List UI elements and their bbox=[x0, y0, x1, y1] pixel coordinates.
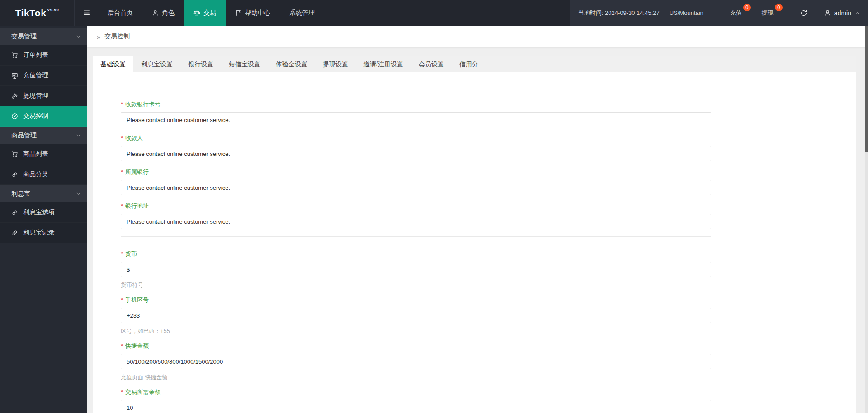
nav-item-label: 角色 bbox=[162, 9, 175, 17]
sidebar-item-interest-records[interactable]: 利息宝记录 bbox=[0, 223, 87, 243]
sidebar-item-interest-options[interactable]: 利息宝选项 bbox=[0, 202, 87, 223]
sidebar-item-goods-list[interactable]: 商品列表 bbox=[0, 144, 87, 164]
page-title: 交易控制 bbox=[104, 33, 130, 41]
sidebar-item-withdraw-management[interactable]: 提现管理 bbox=[0, 86, 87, 106]
sidebar-group-goods-management[interactable]: 商品管理 bbox=[0, 127, 87, 144]
withdraw-action-button[interactable]: 提现0 bbox=[757, 0, 778, 26]
nav-item-system[interactable]: 系统管理 bbox=[280, 0, 324, 26]
sidebar-item-goods-category[interactable]: 商品分类 bbox=[0, 164, 87, 185]
required-asterisk: * bbox=[121, 202, 123, 209]
refresh-icon bbox=[800, 9, 807, 17]
sidebar-item-recharge-management[interactable]: 充值管理 bbox=[0, 66, 87, 86]
field-phone-area-code-label-row: *手机区号 bbox=[121, 296, 739, 303]
person-icon bbox=[824, 9, 831, 16]
gauge-icon bbox=[11, 113, 18, 120]
app-logo: TikTokV9.99 bbox=[0, 0, 75, 26]
sidebar-item-trade-control[interactable]: 交易控制 bbox=[0, 106, 87, 127]
timezone: US/Mountain bbox=[670, 9, 703, 16]
field-trade-required-balance-group: *交易所需余额 bbox=[121, 389, 739, 413]
required-asterisk: * bbox=[121, 343, 123, 349]
board-icon bbox=[11, 72, 18, 79]
chevron-down-icon bbox=[75, 191, 81, 197]
person-icon bbox=[152, 9, 159, 16]
recharge-action-label: 充值 bbox=[730, 9, 742, 17]
nav-item-label: 系统管理 bbox=[289, 9, 315, 17]
nav-item-roles[interactable]: 角色 bbox=[142, 0, 184, 26]
required-asterisk: * bbox=[121, 250, 123, 257]
field-quick-amounts-label: 快捷金额 bbox=[125, 343, 149, 349]
field-currency-group: *货币货币符号 bbox=[121, 250, 739, 289]
required-asterisk: * bbox=[121, 389, 123, 395]
app-version: V9.99 bbox=[47, 8, 59, 12]
field-bank-address-label-row: *银行地址 bbox=[121, 202, 739, 209]
sidebar-item-order-list[interactable]: 订单列表 bbox=[0, 45, 87, 66]
sidebar-toggle-button[interactable] bbox=[75, 0, 98, 26]
withdraw-action-badge: 0 bbox=[775, 4, 783, 11]
tab-member-settings[interactable]: 会员设置 bbox=[411, 56, 452, 72]
tab-interest-settings[interactable]: 利息宝设置 bbox=[133, 56, 180, 72]
form-section-divider bbox=[121, 236, 711, 237]
field-quick-amounts-hint: 充值页面 快捷金额 bbox=[121, 374, 739, 381]
tab-trial-bonus-settings[interactable]: 体验金设置 bbox=[268, 56, 315, 72]
field-currency-input[interactable] bbox=[121, 262, 711, 277]
sidebar-item-label: 提现管理 bbox=[23, 92, 48, 100]
local-time-value: 2024-09-30 14:45:27 bbox=[605, 9, 660, 16]
sidebar-group-interest-treasure[interactable]: 利息宝 bbox=[0, 185, 87, 202]
sidebar-item-label: 商品分类 bbox=[23, 170, 48, 178]
scrollbar-thumb[interactable] bbox=[865, 26, 868, 152]
field-receiving-bank-card-label: 收款银行卡号 bbox=[125, 101, 160, 108]
field-currency-label-row: *货币 bbox=[121, 250, 739, 257]
main-area: » 交易控制 基础设置利息宝设置银行设置短信宝设置体验金设置提现设置邀请/注册设… bbox=[87, 26, 868, 413]
nav-item-help-center[interactable]: 帮助中心 bbox=[226, 0, 280, 26]
nav-item-label: 交易 bbox=[203, 9, 216, 17]
settings-form: *收款银行卡号*收款人*所属银行*银行地址*货币货币符号*手机区号区号，如巴西：… bbox=[93, 72, 739, 413]
field-bank-label-row: *所属银行 bbox=[121, 169, 739, 175]
required-asterisk: * bbox=[121, 101, 123, 108]
field-payee-label: 收款人 bbox=[125, 135, 143, 141]
required-asterisk: * bbox=[121, 169, 123, 175]
field-bank-label: 所属银行 bbox=[125, 169, 149, 175]
tab-credit-score[interactable]: 信用分 bbox=[452, 56, 486, 72]
top-navbar: TikTokV9.99 后台首页角色交易帮助中心系统管理 当地时间: 2024-… bbox=[0, 0, 868, 26]
sidebar-item-label: 充值管理 bbox=[23, 71, 48, 80]
field-payee-input[interactable] bbox=[121, 146, 711, 161]
link-icon bbox=[11, 171, 18, 178]
field-receiving-bank-card-group: *收款银行卡号 bbox=[121, 101, 739, 127]
withdraw-action-label: 提现 bbox=[762, 9, 774, 17]
tab-sms-settings[interactable]: 短信宝设置 bbox=[221, 56, 268, 72]
field-phone-area-code-input[interactable] bbox=[121, 308, 711, 323]
field-trade-required-balance-input[interactable] bbox=[121, 400, 711, 413]
required-asterisk: * bbox=[121, 135, 123, 141]
tab-withdraw-settings[interactable]: 提现设置 bbox=[315, 56, 356, 72]
recharge-action-button[interactable]: 充值0 bbox=[726, 0, 746, 26]
admin-username: admin bbox=[834, 9, 851, 17]
navbar-menu: 后台首页角色交易帮助中心系统管理 bbox=[98, 0, 324, 26]
chevron-down-icon bbox=[75, 34, 81, 39]
sidebar-group-trade-management[interactable]: 交易管理 bbox=[0, 28, 87, 45]
field-receiving-bank-card-label-row: *收款银行卡号 bbox=[121, 101, 739, 108]
sidebar-group-label: 利息宝 bbox=[11, 190, 30, 198]
tab-invite-register-settings[interactable]: 邀请/注册设置 bbox=[356, 56, 411, 72]
field-phone-area-code-group: *手机区号区号，如巴西：+55 bbox=[121, 296, 739, 335]
refresh-button[interactable] bbox=[792, 0, 816, 26]
local-time: 当地时间: 2024-09-30 14:45:27 US/Mountain bbox=[570, 0, 712, 26]
quick-actions: 充值0提现0 bbox=[712, 0, 792, 26]
field-bank-address-input[interactable] bbox=[121, 214, 711, 229]
field-currency-label: 货币 bbox=[125, 250, 137, 257]
tab-bank-settings[interactable]: 银行设置 bbox=[180, 56, 221, 72]
field-quick-amounts-label-row: *快捷金额 bbox=[121, 343, 739, 349]
sidebar-item-label: 订单列表 bbox=[23, 51, 48, 59]
hamburger-icon bbox=[83, 9, 90, 17]
field-receiving-bank-card-input[interactable] bbox=[121, 112, 711, 127]
nav-item-trade[interactable]: 交易 bbox=[184, 0, 226, 26]
page-scrollbar[interactable] bbox=[865, 26, 868, 413]
admin-menu[interactable]: admin bbox=[816, 0, 868, 26]
field-bank-input[interactable] bbox=[121, 180, 711, 195]
nav-item-dashboard[interactable]: 后台首页 bbox=[98, 0, 142, 26]
settings-tabs: 基础设置利息宝设置银行设置短信宝设置体验金设置提现设置邀请/注册设置会员设置信用… bbox=[93, 56, 856, 413]
field-quick-amounts-input[interactable] bbox=[121, 354, 711, 369]
sidebar-item-label: 交易控制 bbox=[23, 112, 48, 120]
tab-basic-settings[interactable]: 基础设置 bbox=[93, 56, 133, 72]
cart-icon bbox=[11, 151, 18, 158]
field-bank-address-label: 银行地址 bbox=[125, 202, 149, 209]
